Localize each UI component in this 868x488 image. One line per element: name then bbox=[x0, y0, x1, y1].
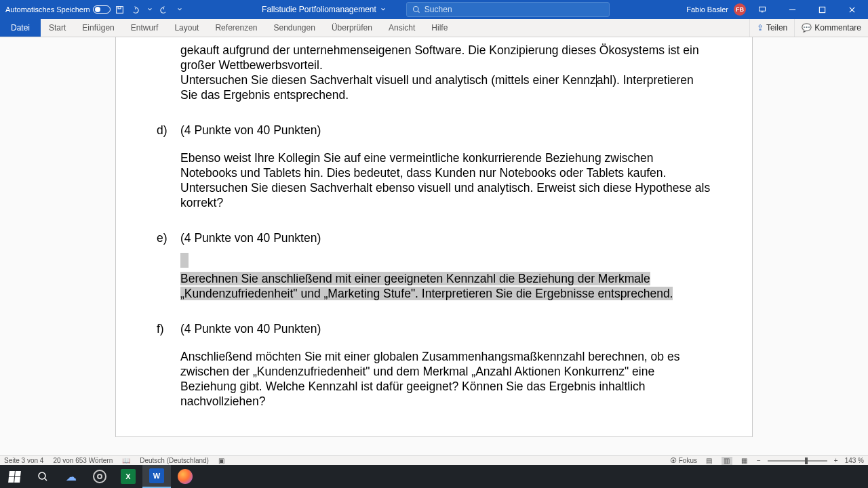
item-body-text: Ebenso weist Ihre Kollegin Sie auf eine … bbox=[180, 151, 711, 211]
taskbar-excel[interactable]: X bbox=[114, 465, 142, 488]
svg-point-5 bbox=[39, 472, 45, 479]
item-e: e) (4 Punkte von 40 Punkten) Berechnen S… bbox=[157, 231, 711, 302]
item-points: (4 Punkte von 40 Punkten) bbox=[180, 123, 711, 138]
save-icon[interactable] bbox=[115, 4, 125, 15]
firefox-icon bbox=[178, 469, 193, 484]
item-body-text: Anschließend möchten Sie mit einer globa… bbox=[180, 350, 711, 409]
undo-icon[interactable] bbox=[130, 4, 140, 15]
read-mode-icon[interactable]: ▤ bbox=[704, 457, 715, 465]
tab-references[interactable]: Referenzen bbox=[207, 19, 265, 37]
share-button[interactable]: ⇪Teilen bbox=[749, 19, 794, 37]
zoom-level[interactable]: 143 % bbox=[845, 457, 864, 464]
user-name[interactable]: Fabio Basler bbox=[686, 5, 728, 14]
search-placeholder: Suchen bbox=[425, 5, 452, 14]
search-button[interactable] bbox=[28, 465, 57, 488]
svg-rect-0 bbox=[117, 6, 123, 13]
document-canvas[interactable]: gekauft aufgrund der unternehmenseigenen… bbox=[0, 37, 868, 455]
status-language[interactable]: Deutsch (Deutschland) bbox=[140, 457, 209, 464]
status-bar: Seite 3 von 4 20 von 653 Wörtern 📖 Deuts… bbox=[0, 455, 868, 465]
tab-help[interactable]: Hilfe bbox=[423, 19, 456, 37]
ribbon-display-icon[interactable] bbox=[749, 0, 776, 19]
tab-view[interactable]: Ansicht bbox=[380, 19, 423, 37]
title-bar: Automatisches Speichern Fallstudie Portf… bbox=[0, 0, 868, 19]
taskbar-app[interactable]: ☁ bbox=[57, 465, 85, 488]
web-layout-icon[interactable]: ▦ bbox=[739, 457, 750, 465]
item-label: d) bbox=[157, 123, 180, 211]
macro-icon[interactable]: ▣ bbox=[218, 457, 224, 464]
tab-file[interactable]: Datei bbox=[0, 19, 41, 37]
paragraph: gekauft aufgrund der unternehmenseigenen… bbox=[180, 43, 711, 103]
tab-start[interactable]: Start bbox=[41, 19, 74, 37]
taskbar: ☁ X W bbox=[0, 465, 868, 488]
item-d: d) (4 Punkte von 40 Punkten) Ebenso weis… bbox=[157, 123, 711, 211]
tab-mailings[interactable]: Sendungen bbox=[266, 19, 323, 37]
start-button[interactable] bbox=[0, 465, 28, 488]
taskbar-firefox[interactable] bbox=[171, 465, 199, 488]
selection-marker bbox=[180, 253, 189, 268]
tab-layout[interactable]: Layout bbox=[166, 19, 207, 37]
status-page[interactable]: Seite 3 von 4 bbox=[4, 457, 43, 464]
search-input[interactable]: Suchen bbox=[406, 2, 610, 17]
svg-rect-4 bbox=[819, 7, 825, 12]
toggle-pill bbox=[93, 5, 111, 14]
redo-icon[interactable] bbox=[159, 4, 170, 15]
tab-review[interactable]: Überprüfen bbox=[323, 19, 380, 37]
comments-button[interactable]: 💬Kommentare bbox=[794, 19, 868, 37]
svg-rect-1 bbox=[118, 6, 121, 8]
excel-icon: X bbox=[121, 469, 136, 484]
ribbon-tabs: Datei Start Einfügen Entwurf Layout Refe… bbox=[0, 19, 868, 37]
obs-icon bbox=[93, 470, 106, 483]
taskbar-word[interactable]: W bbox=[142, 465, 171, 488]
status-words[interactable]: 20 von 653 Wörtern bbox=[53, 457, 113, 464]
tab-insert[interactable]: Einfügen bbox=[74, 19, 122, 37]
search-icon bbox=[37, 471, 48, 482]
document-title[interactable]: Fallstudie Portfoliomanagement bbox=[262, 5, 386, 14]
chevron-down-icon[interactable] bbox=[174, 4, 185, 15]
minimize-icon[interactable] bbox=[778, 0, 806, 19]
focus-icon: ⦿ bbox=[670, 457, 677, 464]
svg-point-2 bbox=[413, 7, 418, 12]
zoom-in-icon[interactable]: + bbox=[834, 457, 838, 464]
item-points: (4 Punkte von 40 Punkten) bbox=[180, 231, 711, 246]
zoom-slider[interactable] bbox=[768, 460, 827, 462]
print-layout-icon[interactable]: ▥ bbox=[722, 457, 732, 465]
chevron-down-icon[interactable] bbox=[144, 4, 155, 15]
share-icon: ⇪ bbox=[757, 23, 764, 33]
cloud-icon: ☁ bbox=[66, 470, 77, 483]
svg-rect-3 bbox=[760, 7, 766, 11]
windows-icon bbox=[8, 471, 21, 483]
maximize-icon[interactable] bbox=[808, 0, 835, 19]
item-label: f) bbox=[157, 322, 180, 409]
page[interactable]: gekauft aufgrund der unternehmenseigenen… bbox=[115, 37, 753, 437]
item-f: f) (4 Punkte von 40 Punkten) Anschließen… bbox=[157, 322, 711, 409]
tab-draft[interactable]: Entwurf bbox=[123, 19, 167, 37]
proofing-icon[interactable]: 📖 bbox=[122, 457, 130, 464]
close-icon[interactable] bbox=[838, 0, 865, 19]
item-label: e) bbox=[157, 231, 180, 302]
chevron-down-icon bbox=[380, 7, 386, 12]
search-icon bbox=[412, 5, 420, 14]
user-avatar[interactable]: FB bbox=[734, 3, 746, 16]
autosave-label: Automatisches Speichern bbox=[5, 5, 90, 14]
item-points: (4 Punkte von 40 Punkten) bbox=[180, 322, 711, 337]
autosave-toggle[interactable]: Automatisches Speichern bbox=[5, 5, 111, 14]
taskbar-obs[interactable] bbox=[85, 465, 114, 488]
zoom-out-icon[interactable]: − bbox=[757, 457, 761, 464]
item-body-text: Berechnen Sie anschließend mit einer gee… bbox=[180, 272, 711, 302]
word-icon: W bbox=[149, 468, 164, 483]
selected-text: Berechnen Sie anschließend mit einer gee… bbox=[180, 272, 673, 300]
focus-mode[interactable]: ⦿Fokus bbox=[670, 457, 697, 464]
comment-icon: 💬 bbox=[802, 23, 812, 33]
